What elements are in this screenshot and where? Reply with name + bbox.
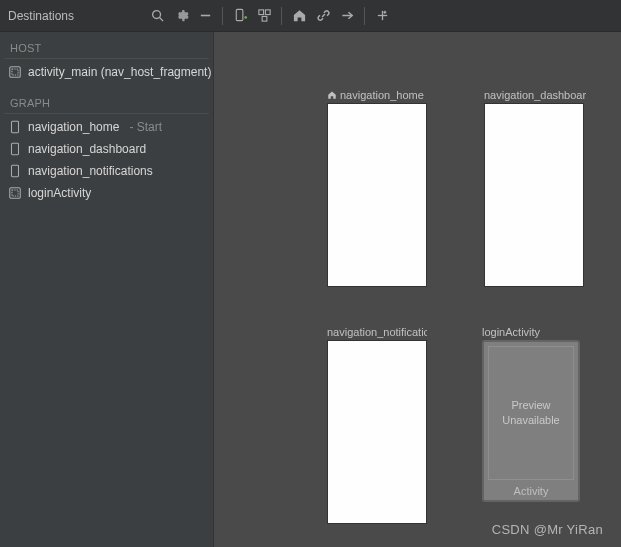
svg-rect-12 [10, 67, 21, 78]
nest-graph-icon[interactable] [253, 5, 275, 27]
node-preview [327, 340, 427, 524]
node-preview [484, 103, 584, 287]
graph-item-label: loginActivity [28, 186, 91, 200]
nav-editor-canvas[interactable]: navigation_home navigation_dashboard nav… [214, 32, 621, 547]
preview-unavailable-line2: Unavailable [502, 414, 559, 426]
fragment-icon [8, 142, 22, 156]
search-icon[interactable] [146, 5, 168, 27]
host-row[interactable]: activity_main (nav_host_fragment) [0, 61, 213, 83]
svg-rect-4 [258, 10, 263, 15]
watermark: CSDN @Mr YiRan [492, 522, 603, 537]
svg-rect-16 [12, 165, 19, 176]
fragment-icon [8, 120, 22, 134]
host-section-header: HOST [4, 36, 209, 59]
activity-icon [8, 186, 22, 200]
home-icon[interactable] [288, 5, 310, 27]
node-label: loginActivity [482, 326, 540, 338]
node-navigation-notifications[interactable]: navigation_notificatio... [327, 326, 429, 524]
graph-section-header: GRAPH [4, 91, 209, 114]
node-login-activity[interactable]: loginActivity Preview Unavailable Activi… [482, 326, 584, 502]
svg-rect-15 [12, 143, 19, 154]
graph-item-suffix: - Start [129, 120, 162, 134]
gear-icon[interactable] [170, 5, 192, 27]
svg-rect-17 [10, 188, 21, 199]
graph-item-label: navigation_dashboard [28, 142, 146, 156]
svg-point-0 [152, 11, 160, 19]
arrow-right-icon[interactable] [336, 5, 358, 27]
node-preview [327, 103, 427, 287]
home-icon [327, 90, 337, 100]
svg-rect-6 [262, 16, 267, 21]
node-label: navigation_home [340, 89, 424, 101]
minus-icon[interactable] [194, 5, 216, 27]
activity-icon [8, 65, 22, 79]
graph-item-login-activity[interactable]: loginActivity [0, 182, 213, 204]
graph-item-label: navigation_home [28, 120, 119, 134]
graph-item-label: navigation_notifications [28, 164, 153, 178]
graph-item-navigation-dashboard[interactable]: navigation_dashboard [0, 138, 213, 160]
auto-arrange-icon[interactable] [371, 5, 393, 27]
svg-rect-5 [265, 10, 270, 15]
toolbar-separator [281, 7, 282, 25]
toolbar-separator [222, 7, 223, 25]
svg-line-1 [159, 18, 163, 22]
fragment-icon [8, 164, 22, 178]
link-icon[interactable] [312, 5, 334, 27]
host-label: activity_main (nav_host_fragment) [28, 65, 211, 79]
preview-unavailable-line1: Preview [511, 399, 550, 411]
svg-rect-3 [236, 9, 243, 20]
node-activity-preview: Preview Unavailable Activity [482, 340, 580, 502]
node-label: navigation_dashboard [484, 89, 586, 101]
node-label: navigation_notificatio... [327, 326, 427, 338]
graph-item-navigation-notifications[interactable]: navigation_notifications [0, 160, 213, 182]
node-navigation-dashboard[interactable]: navigation_dashboard [484, 89, 586, 287]
svg-rect-18 [12, 190, 18, 196]
add-destination-icon[interactable] [229, 5, 251, 27]
activity-tag: Activity [484, 485, 578, 497]
svg-rect-13 [12, 69, 18, 75]
graph-item-navigation-home[interactable]: navigation_home - Start [0, 116, 213, 138]
panel-title: Destinations [6, 9, 74, 23]
svg-rect-14 [12, 121, 19, 132]
toolbar-separator [364, 7, 365, 25]
node-navigation-home[interactable]: navigation_home [327, 89, 429, 287]
destinations-sidebar: HOST activity_main (nav_host_fragment) G… [0, 32, 214, 547]
